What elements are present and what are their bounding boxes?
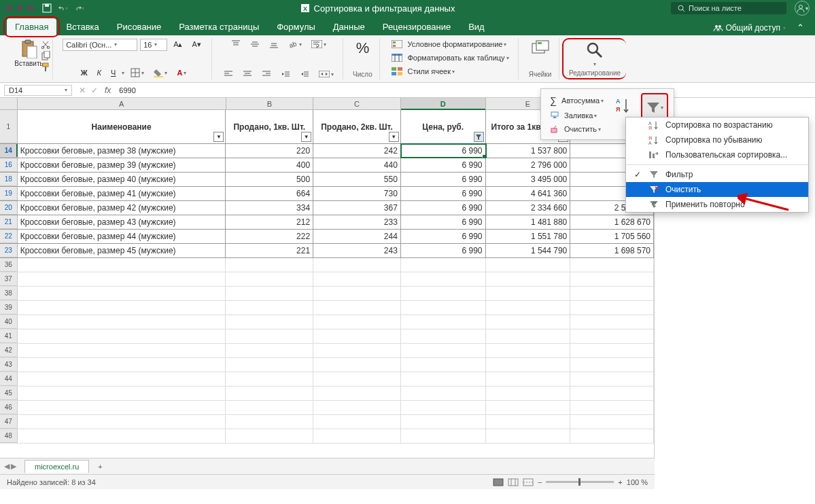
header-cell[interactable]: Продано, 2кв. Шт.▼ bbox=[313, 110, 401, 143]
filter-active-icon[interactable] bbox=[474, 132, 484, 142]
cell[interactable] bbox=[18, 401, 226, 414]
cell[interactable]: 367 bbox=[313, 201, 401, 215]
view-page-break-icon[interactable] bbox=[523, 478, 534, 486]
align-top-icon[interactable] bbox=[228, 38, 244, 50]
cell[interactable]: Кроссовки беговые, размер 43 (мужские) bbox=[18, 215, 226, 229]
underline-button[interactable]: Ч bbox=[107, 67, 119, 79]
cell[interactable] bbox=[18, 301, 226, 314]
align-left-icon[interactable] bbox=[220, 69, 237, 79]
cell[interactable] bbox=[401, 429, 486, 443]
filter-dropdown-icon[interactable]: ▼ bbox=[389, 132, 399, 142]
cell[interactable]: 550 bbox=[313, 173, 401, 186]
cell[interactable]: 6 990 bbox=[401, 144, 486, 158]
cell[interactable]: 6 990 bbox=[401, 244, 486, 257]
increase-indent-icon[interactable] bbox=[296, 69, 313, 79]
row-header[interactable]: 39 bbox=[0, 301, 18, 314]
cell[interactable] bbox=[313, 301, 401, 314]
cell[interactable] bbox=[401, 315, 486, 329]
cell[interactable] bbox=[401, 287, 486, 300]
tab-formulas[interactable]: Формулы bbox=[268, 18, 324, 35]
cell[interactable] bbox=[570, 401, 654, 414]
header-cell[interactable]: Продано, 1кв. Шт.▼ bbox=[226, 110, 313, 143]
cell[interactable] bbox=[226, 429, 313, 443]
conditional-formatting-button[interactable]: Условное форматирование ▾ bbox=[388, 38, 510, 50]
col-header-d[interactable]: D bbox=[401, 98, 486, 109]
cell[interactable] bbox=[313, 386, 401, 400]
cell[interactable] bbox=[313, 258, 401, 272]
menu-custom-sort[interactable]: Пользовательская сортировка... bbox=[626, 147, 808, 162]
name-box[interactable]: D14▾ bbox=[4, 85, 72, 96]
cell[interactable]: 4 641 360 bbox=[486, 187, 571, 200]
cell[interactable]: 400 bbox=[226, 158, 313, 172]
cell[interactable] bbox=[226, 315, 313, 329]
copy-icon[interactable] bbox=[41, 51, 51, 60]
cell[interactable] bbox=[570, 272, 654, 286]
cell[interactable]: 212 bbox=[226, 215, 313, 229]
row-header[interactable]: 1 bbox=[0, 110, 18, 143]
cell[interactable]: Кроссовки беговые, размер 45 (мужские) bbox=[18, 244, 226, 257]
cell[interactable]: Кроссовки беговые, размер 44 (мужские) bbox=[18, 230, 226, 243]
cell[interactable]: Кроссовки беговые, размер 41 (мужские) bbox=[18, 187, 226, 200]
cell[interactable]: 730 bbox=[313, 187, 401, 200]
cell[interactable] bbox=[570, 429, 654, 443]
share-button[interactable]: Общий доступ▾ bbox=[708, 20, 791, 35]
cell[interactable] bbox=[313, 372, 401, 386]
tab-review[interactable]: Рецензирование bbox=[375, 18, 459, 35]
zoom-in-icon[interactable]: + bbox=[618, 478, 622, 486]
menu-reapply-filter[interactable]: Применить повторно bbox=[626, 197, 808, 212]
sheet-nav[interactable]: ◀▶ bbox=[0, 462, 20, 471]
row-header[interactable]: 21 bbox=[0, 215, 18, 229]
cell[interactable] bbox=[18, 372, 226, 386]
cell[interactable]: Кроссовки беговые, размер 38 (мужские) bbox=[18, 144, 226, 158]
zoom-out-icon[interactable]: − bbox=[538, 478, 542, 486]
spreadsheet-grid[interactable]: A B C D E F 1 Наименование▼ Продано, 1кв… bbox=[0, 98, 655, 458]
cell[interactable]: 1 551 780 bbox=[486, 230, 571, 243]
autosum-button[interactable]: ∑ Автосумма ▾ bbox=[547, 93, 607, 108]
cell[interactable] bbox=[313, 415, 401, 429]
filter-dropdown-icon[interactable]: ▼ bbox=[213, 132, 224, 142]
cell[interactable]: 2 796 000 bbox=[486, 158, 571, 172]
cell[interactable] bbox=[226, 329, 313, 343]
redo-icon[interactable]: ▾ bbox=[75, 3, 84, 13]
cell[interactable] bbox=[226, 344, 313, 357]
cell[interactable] bbox=[18, 429, 226, 443]
row-header[interactable]: 46 bbox=[0, 401, 18, 414]
window-controls[interactable] bbox=[5, 5, 34, 12]
cell[interactable]: 222 bbox=[226, 230, 313, 243]
cell[interactable]: 1 544 790 bbox=[486, 244, 571, 257]
cell[interactable] bbox=[18, 415, 226, 429]
cell[interactable]: Кроссовки беговые, размер 40 (мужские) bbox=[18, 173, 226, 186]
align-center-icon[interactable] bbox=[239, 69, 256, 79]
font-name-combo[interactable]: Calibri (Осн...▾ bbox=[63, 39, 137, 51]
cell[interactable] bbox=[226, 301, 313, 314]
cell[interactable]: 221 bbox=[226, 244, 313, 257]
search-input[interactable]: Поиск на листе bbox=[671, 2, 786, 14]
undo-icon[interactable]: ▾ bbox=[58, 3, 68, 13]
row-header[interactable]: 36 bbox=[0, 258, 18, 272]
cell[interactable] bbox=[226, 272, 313, 286]
row-header[interactable]: 38 bbox=[0, 287, 18, 300]
row-header[interactable]: 22 bbox=[0, 230, 18, 243]
increase-font-icon[interactable]: A▴ bbox=[170, 38, 186, 51]
cell[interactable] bbox=[313, 287, 401, 300]
tab-view[interactable]: Вид bbox=[460, 18, 493, 35]
cell[interactable]: 664 bbox=[226, 187, 313, 200]
cell[interactable] bbox=[570, 344, 654, 357]
cell[interactable] bbox=[570, 372, 654, 386]
cell[interactable] bbox=[313, 401, 401, 414]
italic-button[interactable]: К bbox=[94, 67, 105, 79]
row-header[interactable]: 40 bbox=[0, 315, 18, 329]
wrap-text-icon[interactable]: ▾ bbox=[308, 38, 330, 50]
cell[interactable] bbox=[570, 287, 654, 300]
decrease-indent-icon[interactable] bbox=[277, 69, 294, 79]
cell[interactable]: 233 bbox=[313, 215, 401, 229]
cell[interactable]: 6 990 bbox=[401, 215, 486, 229]
font-color-icon[interactable]: А▾ bbox=[173, 67, 190, 79]
cut-icon[interactable] bbox=[41, 41, 51, 49]
clear-button[interactable]: Очистить ▾ bbox=[547, 123, 604, 135]
header-cell[interactable]: Наименование▼ bbox=[18, 110, 226, 143]
cell[interactable]: 6 990 bbox=[401, 158, 486, 172]
cell[interactable] bbox=[226, 386, 313, 400]
font-size-combo[interactable]: 16▾ bbox=[140, 39, 167, 51]
fill-color-icon[interactable]: ▾ bbox=[150, 66, 171, 79]
